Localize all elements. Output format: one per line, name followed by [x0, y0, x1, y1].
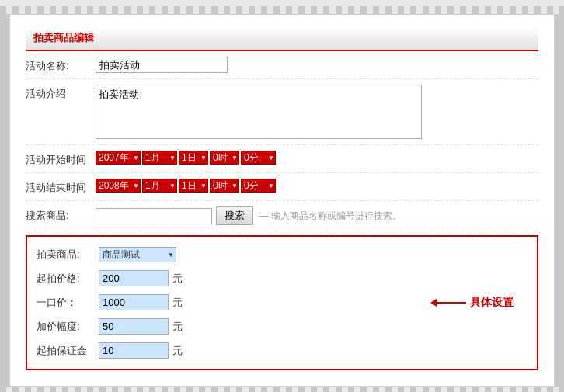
start-price-row: 起拍价格: 元 [37, 266, 527, 290]
buyout-price-label: 一口价： [37, 296, 99, 310]
activity-name-input[interactable] [96, 57, 228, 73]
start-minute-select[interactable]: 0分10分20分 [241, 151, 276, 165]
start-time-control: 2007年2008年2009年 1月2月3月4月5月6月7月8月9月10月11月… [96, 151, 538, 165]
end-hour-wrapper: 0时1时2时 [210, 179, 239, 193]
start-year-select[interactable]: 2007年2008年2009年 [96, 151, 141, 165]
activity-name-row: 活动名称: [26, 51, 538, 79]
activity-intro-row: 活动介绍 拍卖活动 [26, 79, 538, 145]
start-hour-wrapper: 0时1时2时 [210, 151, 239, 165]
auction-product-row: 拍卖商品: 商品测试 [37, 243, 527, 266]
increment-label: 加价幅度: [37, 320, 99, 334]
start-minute-wrapper: 0分10分20分 [241, 151, 276, 165]
torn-top-edge [0, 0, 564, 14]
buyout-price-input[interactable] [99, 294, 169, 310]
end-year-select[interactable]: 2007年2008年2009年 [96, 179, 141, 193]
auction-product-label: 拍卖商品: [37, 248, 99, 262]
start-day-wrapper: 1日2日3日 [179, 151, 208, 165]
page-title-bar: 拍卖商品编辑 [26, 26, 538, 51]
start-day-select[interactable]: 1日2日3日 [179, 151, 208, 165]
start-year-wrapper: 2007年2008年2009年 [96, 151, 141, 165]
arrow-line [435, 302, 466, 304]
auction-product-select[interactable]: 商品测试 [99, 247, 176, 262]
end-month-select[interactable]: 1月2月3月4月5月6月7月8月9月10月11月12月 [142, 179, 177, 193]
end-year-wrapper: 2007年2008年2009年 [96, 179, 141, 193]
increment-input[interactable] [99, 318, 169, 335]
search-label: 搜索商品: [26, 206, 96, 223]
annotation-text: 具体设置 [470, 296, 514, 310]
page-container: 拍卖商品编辑 活动名称: 活动介绍 拍卖活动 活动开始时间 2007年2008年… [0, 0, 564, 392]
search-input[interactable] [96, 208, 212, 224]
start-hour-select[interactable]: 0时1时2时 [210, 151, 239, 165]
end-day-wrapper: 1日2日3日 [179, 179, 208, 193]
auction-product-select-wrapper: 商品测试 [99, 247, 176, 262]
start-month-wrapper: 1月2月3月4月5月6月7月8月9月10月11月12月 [142, 151, 177, 165]
deposit-input[interactable] [99, 342, 169, 359]
search-control: 搜索 — 输入商品名称或编号进行搜索。 [96, 206, 538, 225]
start-time-label: 活动开始时间 [26, 151, 96, 167]
end-hour-select[interactable]: 0时1时2时 [210, 179, 239, 193]
page-title: 拍卖商品编辑 [33, 32, 94, 43]
annotation-wrapper: 具体设置 [435, 296, 514, 310]
start-price-label: 起拍价格: [37, 272, 99, 286]
unit1: 元 [172, 272, 183, 286]
end-minute-select[interactable]: 0分10分20分 [241, 179, 276, 193]
red-border-section: 具体设置 拍卖商品: 商品测试 起拍价格: 元 一口价： 元 [26, 235, 538, 370]
activity-intro-textarea[interactable]: 拍卖活动 [96, 85, 422, 139]
start-month-select[interactable]: 1月2月3月4月5月6月7月8月9月10月11月12月 [142, 151, 177, 165]
start-time-row: 活动开始时间 2007年2008年2009年 1月2月3月4月5月6月7月8月9… [26, 145, 538, 173]
end-minute-wrapper: 0分10分20分 [241, 179, 276, 193]
end-time-control: 2007年2008年2009年 1月2月3月4月5月6月7月8月9月10月11月… [96, 179, 538, 193]
search-row: 搜索商品: 搜索 — 输入商品名称或编号进行搜索。 [26, 201, 538, 231]
unit4: 元 [172, 344, 183, 358]
deposit-label: 起拍保证金 [37, 344, 99, 358]
torn-bottom-edge [0, 387, 564, 392]
search-hint: — 输入商品名称或编号进行搜索。 [259, 210, 402, 223]
main-content-area: 拍卖商品编辑 活动名称: 活动介绍 拍卖活动 活动开始时间 2007年2008年… [9, 14, 555, 387]
increment-row: 加价幅度: 元 [37, 314, 527, 338]
activity-name-control [96, 57, 538, 73]
activity-intro-label: 活动介绍 [26, 85, 96, 101]
end-time-row: 活动结束时间 2007年2008年2009年 1月2月3月4月5月6月7月8月9… [26, 173, 538, 201]
unit3: 元 [172, 320, 183, 334]
unit2: 元 [172, 296, 183, 310]
deposit-row: 起拍保证金 元 [37, 338, 527, 363]
start-price-input[interactable] [99, 270, 169, 286]
end-month-wrapper: 1月2月3月4月5月6月7月8月9月10月11月12月 [142, 179, 177, 193]
activity-intro-control: 拍卖活动 [96, 85, 538, 139]
end-day-select[interactable]: 1日2日3日 [179, 179, 208, 193]
activity-name-label: 活动名称: [26, 57, 96, 73]
search-button[interactable]: 搜索 [216, 206, 253, 225]
end-time-label: 活动结束时间 [26, 179, 96, 195]
